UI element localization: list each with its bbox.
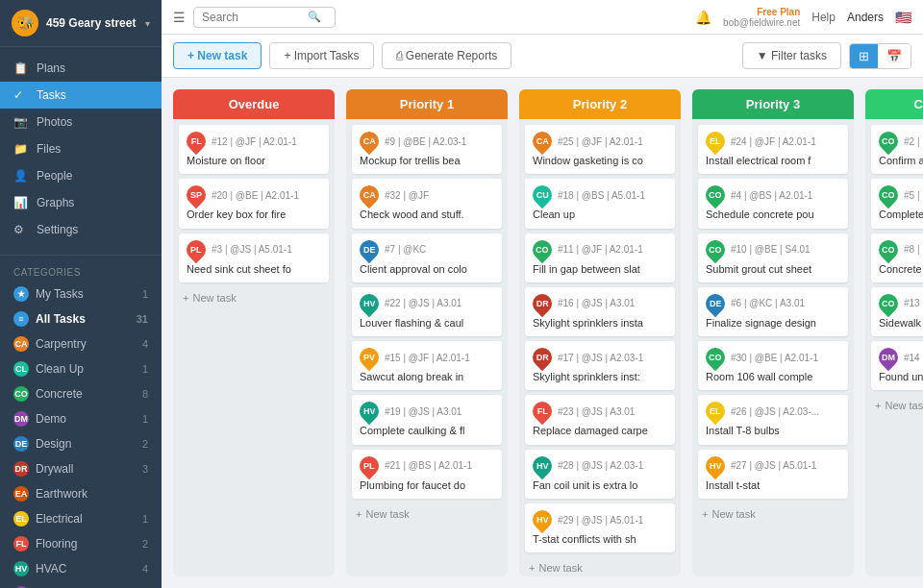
new-task-inline-button[interactable]: + New task — [179, 287, 329, 308]
task-card[interactable]: CO #5 | @BE | S2.01a Complete concrete t… — [871, 179, 923, 228]
card-text: Replace damaged carpe — [533, 424, 667, 437]
sidebar-item-photos[interactable]: 📷Photos — [0, 109, 162, 135]
card-id: #32 | @JF — [385, 190, 429, 201]
column-body-priority2: CA #25 | @JF | A2.01-1 Window gasketing … — [519, 119, 681, 576]
task-card[interactable]: PL #21 | @BS | A2.01-1 Plumbing for fauc… — [352, 450, 502, 499]
category-pin: PV — [356, 344, 383, 371]
bell-icon[interactable]: 🔔 — [695, 10, 711, 25]
task-card[interactable]: HV #22 | @JS | A3.01 Louver flashing & c… — [352, 287, 502, 336]
card-id: #24 | @JF | A2.01-1 — [731, 136, 816, 147]
sidebar-item-tasks[interactable]: ✓Tasks — [0, 82, 162, 109]
column-title: Priority 2 — [573, 97, 627, 111]
category-label: HVAC — [36, 562, 66, 576]
sidebar-item-settings[interactable]: ⚙Settings — [0, 216, 162, 243]
search-input[interactable] — [202, 11, 308, 24]
category-item-demo[interactable]: DM Demo 1 — [0, 406, 162, 431]
task-card[interactable]: CO #11 | @JF | A2.01-1 Fill in gap betwe… — [525, 233, 675, 282]
task-card[interactable]: CA #25 | @JF | A2.01-1 Window gasketing … — [525, 125, 675, 174]
task-card[interactable]: EL #26 | @JS | A2.03-... Install T-8 bul… — [698, 395, 848, 444]
category-item-hvac[interactable]: HV HVAC 4 — [0, 556, 162, 581]
sidebar-label: Files — [37, 142, 61, 156]
category-label: Clean Up — [36, 362, 84, 376]
task-card[interactable]: CO #8 | @BS Concrete finish mockup — [871, 233, 923, 282]
column-header-priority3: Priority 3 — [692, 89, 854, 119]
card-id: #16 | @JS | A3.01 — [558, 298, 635, 308]
category-item-alltasks[interactable]: ≡ All Tasks 31 — [0, 306, 162, 331]
task-card[interactable]: CA #9 | @BE | A2.03-1 Mockup for trellis… — [352, 125, 502, 174]
task-card[interactable]: CU #18 | @BS | A5.01-1 Clean up — [525, 179, 675, 228]
task-card[interactable]: CO #2 | @JF | S4.01 Confirm anchor bolt … — [871, 125, 923, 174]
hamburger-icon[interactable]: ☰ — [173, 10, 186, 25]
category-label: Earthwork — [36, 487, 87, 501]
task-card[interactable]: CA #32 | @JF Check wood and stuff. — [352, 179, 502, 228]
help-button[interactable]: Help — [811, 11, 836, 24]
category-item-carpentry[interactable]: CA Carpentry 4 — [0, 331, 162, 356]
sidebar-item-files[interactable]: 📁Files — [0, 135, 162, 162]
task-card[interactable]: HV #28 | @JS | A2.03-1 Fan coil unit is … — [525, 450, 675, 499]
card-id: #18 | @BS | A5.01-1 — [558, 190, 645, 201]
task-card[interactable]: HV #19 | @JS | A3.01 Complete caulking &… — [352, 395, 502, 444]
card-meta: FL #12 | @JF | A2.01-1 — [187, 132, 321, 151]
task-card[interactable]: DE #6 | @KC | A3.01 Finalize signage des… — [698, 287, 848, 336]
task-card[interactable]: CO #10 | @BE | S4.01 Submit grout cut sh… — [698, 233, 848, 282]
category-item-concrete[interactable]: CO Concrete 8 — [0, 381, 162, 406]
category-item-mytasks[interactable]: ★ My Tasks 1 — [0, 282, 162, 306]
task-card[interactable]: DR #17 | @JS | A2.03-1 Skylight sprinkle… — [525, 341, 675, 390]
task-card[interactable]: HV #29 | @JS | A5.01-1 T-stat conflicts … — [525, 503, 675, 552]
category-item-electrical[interactable]: EL Electrical 1 — [0, 506, 162, 531]
category-pin: FL — [183, 128, 210, 155]
task-card[interactable]: EL #24 | @JF | A2.01-1 Install electrica… — [698, 125, 848, 174]
card-id: #17 | @JS | A2.03-1 — [558, 353, 643, 363]
calendar-view-button[interactable]: 📅 — [878, 44, 911, 68]
card-text: Install electrical room f — [706, 154, 840, 167]
category-count: 1 — [142, 513, 148, 525]
user-name[interactable]: Anders — [847, 11, 884, 24]
user-info: Free Plan bob@fieldwire.net — [723, 7, 800, 28]
card-text: Confirm anchor bolt siz — [879, 154, 923, 167]
task-card[interactable]: FL #23 | @JS | A3.01 Replace damaged car… — [525, 395, 675, 444]
category-item-design[interactable]: DE Design 2 — [0, 431, 162, 456]
new-task-inline-button[interactable]: + New task — [698, 503, 848, 525]
card-meta: CO #5 | @BE | S2.01a — [879, 185, 923, 205]
search-box[interactable]: 🔍 — [193, 7, 336, 28]
card-text: Skylight sprinklers inst: — [533, 370, 667, 383]
grid-view-button[interactable]: ⊞ — [850, 44, 878, 68]
task-card[interactable]: FL #12 | @JF | A2.01-1 Moisture on floor — [179, 125, 329, 174]
sidebar-item-people[interactable]: 👤People — [0, 162, 162, 189]
sidebar-label: People — [37, 169, 72, 183]
task-card[interactable]: PL #3 | @JS | A5.01-1 Need sink cut shee… — [179, 233, 329, 282]
new-task-inline-button[interactable]: + New task — [871, 395, 923, 416]
category-item-flooring[interactable]: FL Flooring 2 — [0, 531, 162, 556]
new-task-button[interactable]: + New task — [173, 42, 262, 69]
category-item-cleanup[interactable]: CL Clean Up 1 — [0, 356, 162, 381]
category-count: 1 — [142, 363, 148, 375]
filter-tasks-button[interactable]: ▼ Filter tasks — [742, 42, 841, 69]
task-card[interactable]: SP #20 | @BE | A2.01-1 Order key box for… — [179, 179, 329, 228]
category-item-drywall[interactable]: DR Drywall 3 — [0, 456, 162, 481]
import-tasks-button[interactable]: + Import Tasks — [269, 42, 373, 69]
task-card[interactable]: PV #15 | @JF | A2.01-1 Sawcut along brea… — [352, 341, 502, 390]
category-item-paint[interactable]: PA Paint — [0, 581, 162, 588]
task-card[interactable]: CO #13 | @KC | A2.01-1 Sidewalk needs to… — [871, 287, 923, 336]
task-card[interactable]: HV #27 | @JS | A5.01-1 Install t-stat — [698, 450, 848, 499]
category-item-earthwork[interactable]: EA Earthwork — [0, 481, 162, 506]
task-card[interactable]: DE #7 | @KC Client approval on colo — [352, 233, 502, 282]
new-task-inline-button[interactable]: + New task — [525, 557, 675, 576]
task-card[interactable]: DM #14 | @KC | A2.01-1 Found unmarked ut… — [871, 341, 923, 390]
new-task-inline-button[interactable]: + New task — [352, 503, 502, 525]
category-pin: EL — [702, 398, 729, 425]
category-count: 4 — [142, 563, 148, 575]
sidebar-item-plans[interactable]: 📋Plans — [0, 55, 162, 82]
category-pin: CU — [529, 182, 556, 208]
generate-reports-button[interactable]: ⎙ Generate Reports — [382, 42, 512, 69]
task-card[interactable]: CO #30 | @BE | A2.01-1 Room 106 wall com… — [698, 341, 848, 390]
sidebar-item-graphs[interactable]: 📊Graphs — [0, 189, 162, 216]
task-card[interactable]: CO #4 | @BS | A2.01-1 Schedule concrete … — [698, 179, 848, 228]
column-title: Completed — [913, 97, 923, 111]
main-content: ☰ 🔍 🔔 Free Plan bob@fieldwire.net Help A… — [162, 0, 923, 588]
sidebar-header[interactable]: 🐝 459 Geary street ▾ — [0, 0, 162, 47]
card-meta: FL #23 | @JS | A3.01 — [533, 402, 667, 421]
task-card[interactable]: DR #16 | @JS | A3.01 Skylight sprinklers… — [525, 287, 675, 336]
kanban-board: Overdue FL #12 | @JF | A2.01-1 Moisture … — [162, 78, 923, 588]
card-id: #13 | @KC | A2.01-1 — [904, 298, 923, 308]
